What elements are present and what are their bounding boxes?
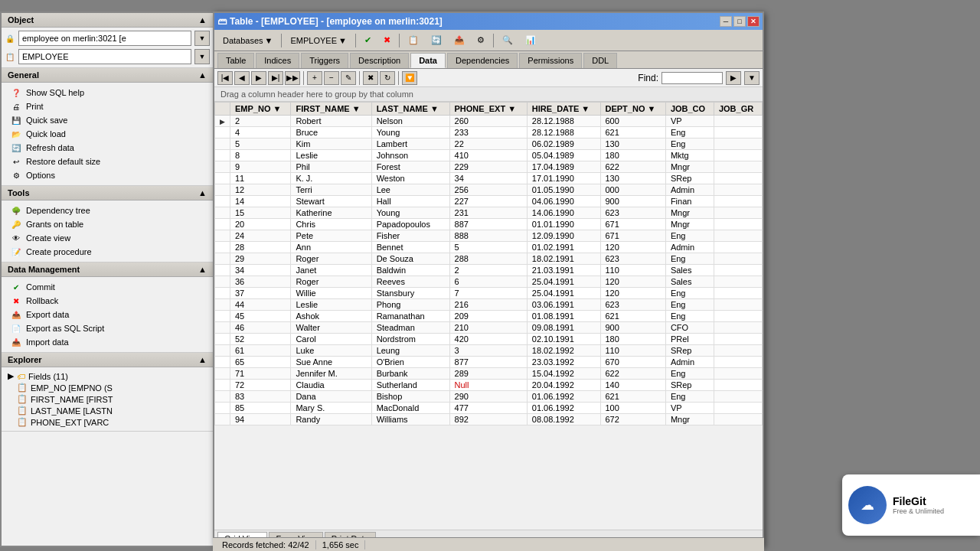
cell-dept-no[interactable]: 120: [600, 242, 665, 253]
table-row[interactable]: 24 Pete Fisher 888 12.09.1990 671 Eng: [215, 230, 763, 242]
cell-job-co[interactable]: Finan: [665, 196, 714, 207]
th-phone-ext[interactable]: PHONE_EXT ▼: [449, 103, 527, 116]
cell-emp-no[interactable]: 12: [230, 184, 291, 196]
cell-emp-no[interactable]: 46: [230, 322, 291, 334]
cell-job-co[interactable]: Sales: [665, 276, 714, 288]
table-row[interactable]: 45 Ashok Ramanathan 209 01.08.1991 621 E…: [215, 311, 763, 322]
object-collapse-icon[interactable]: ▲: [198, 15, 207, 24]
cell-dept-no[interactable]: 671: [600, 230, 665, 242]
cell-job-gr[interactable]: [714, 139, 762, 150]
cell-emp-no[interactable]: 28: [230, 242, 291, 253]
table-row[interactable]: 72 Claudia Sutherland Null 20.04.1992 14…: [215, 380, 763, 391]
cell-phone-ext[interactable]: 233: [449, 127, 527, 139]
nav-next-button[interactable]: ▶: [251, 71, 266, 85]
tab-indices[interactable]: Indices: [256, 53, 299, 68]
cell-job-gr[interactable]: [714, 345, 762, 357]
cell-dept-no[interactable]: 621: [600, 127, 665, 139]
cell-job-co[interactable]: PRel: [665, 334, 714, 345]
cell-dept-no[interactable]: 180: [600, 334, 665, 345]
minimize-button[interactable]: ─: [720, 16, 732, 27]
cell-job-gr[interactable]: [714, 253, 762, 265]
cell-hire-date[interactable]: 25.04.1991: [527, 276, 600, 288]
cell-hire-date[interactable]: 01.06.1992: [527, 391, 600, 403]
cell-phone-ext[interactable]: 410: [449, 150, 527, 161]
tab-data[interactable]: Data: [410, 53, 446, 68]
tab-description[interactable]: Description: [350, 53, 409, 68]
cell-job-gr[interactable]: [714, 196, 762, 207]
grants-on-table-item[interactable]: 🔑 Grants on table: [2, 217, 213, 231]
cell-hire-date[interactable]: 01.02.1991: [527, 242, 600, 253]
cell-job-gr[interactable]: [714, 265, 762, 276]
cell-job-co[interactable]: SRep: [665, 345, 714, 357]
find-options-button[interactable]: ▼: [744, 71, 760, 85]
cell-dept-no[interactable]: 140: [600, 380, 665, 391]
cancel-button[interactable]: ✖: [378, 32, 396, 49]
cell-first-name[interactable]: K. J.: [291, 173, 371, 184]
cell-hire-date[interactable]: 28.12.1988: [527, 116, 600, 127]
cell-last-name[interactable]: Phong: [371, 299, 449, 311]
cell-hire-date[interactable]: 20.04.1992: [527, 380, 600, 391]
cell-phone-ext[interactable]: 877: [449, 357, 527, 368]
object-type-dropdown[interactable]: ▼: [194, 49, 210, 64]
cell-dept-no[interactable]: 621: [600, 311, 665, 322]
cell-dept-no[interactable]: 110: [600, 345, 665, 357]
cell-last-name[interactable]: Ramanathan: [371, 311, 449, 322]
cell-dept-no[interactable]: 110: [600, 265, 665, 276]
cell-job-gr[interactable]: [714, 127, 762, 139]
cell-job-co[interactable]: Admin: [665, 184, 714, 196]
cell-last-name[interactable]: Johnson: [371, 150, 449, 161]
cell-emp-no[interactable]: 34: [230, 265, 291, 276]
cell-last-name[interactable]: Bishop: [371, 391, 449, 403]
cell-hire-date[interactable]: 03.06.1991: [527, 299, 600, 311]
cell-last-name[interactable]: Young: [371, 127, 449, 139]
nav-cancel-button[interactable]: ✖: [363, 71, 378, 85]
cell-last-name[interactable]: Fisher: [371, 230, 449, 242]
cell-emp-no[interactable]: 72: [230, 380, 291, 391]
close-button[interactable]: ✕: [747, 16, 760, 27]
cell-dept-no[interactable]: 622: [600, 368, 665, 380]
data-mgmt-collapse-icon[interactable]: ▲: [198, 265, 207, 274]
tools-collapse-icon[interactable]: ▲: [198, 188, 207, 197]
table-row[interactable]: 8 Leslie Johnson 410 05.04.1989 180 Mktg: [215, 150, 763, 161]
cell-emp-no[interactable]: 4: [230, 127, 291, 139]
cell-job-gr[interactable]: [714, 184, 762, 196]
field-first-name[interactable]: 📋 FIRST_NAME [FIRST: [14, 393, 210, 405]
nav-prev-button[interactable]: ◀: [234, 71, 250, 85]
cell-job-co[interactable]: Eng: [665, 139, 714, 150]
cell-emp-no[interactable]: 94: [230, 414, 291, 425]
cell-job-co[interactable]: Mngr: [665, 219, 714, 230]
cell-first-name[interactable]: Dana: [291, 391, 371, 403]
import-data-item[interactable]: 📥 Import data: [2, 335, 213, 349]
find-go-button[interactable]: ▶: [726, 71, 741, 85]
nav-refresh-button[interactable]: ↻: [380, 71, 395, 85]
cell-last-name[interactable]: Papadopoulos: [371, 219, 449, 230]
cell-phone-ext[interactable]: 231: [449, 207, 527, 219]
cell-job-co[interactable]: Mngr: [665, 207, 714, 219]
cell-job-gr[interactable]: [714, 173, 762, 184]
databases-dropdown[interactable]: Databases ▼: [217, 32, 278, 49]
cell-emp-no[interactable]: 83: [230, 391, 291, 403]
cell-emp-no[interactable]: 20: [230, 219, 291, 230]
th-dept-no[interactable]: DEPT_NO ▼: [600, 103, 665, 116]
cell-phone-ext[interactable]: 209: [449, 311, 527, 322]
cell-emp-no[interactable]: 24: [230, 230, 291, 242]
general-collapse-icon[interactable]: ▲: [198, 70, 207, 80]
table-row[interactable]: 71 Jennifer M. Burbank 289 15.04.1992 62…: [215, 368, 763, 380]
cell-job-co[interactable]: VP: [665, 116, 714, 127]
quick-load-item[interactable]: 📂 Quick load: [2, 127, 213, 141]
dependency-tree-item[interactable]: 🌳 Dependency tree: [2, 204, 213, 217]
object-selector-input[interactable]: [18, 31, 191, 46]
cell-phone-ext[interactable]: 256: [449, 184, 527, 196]
cell-dept-no[interactable]: 130: [600, 139, 665, 150]
cell-last-name[interactable]: Lambert: [371, 139, 449, 150]
tab-triggers[interactable]: Triggers: [301, 53, 348, 68]
cell-emp-no[interactable]: 37: [230, 288, 291, 299]
cell-hire-date[interactable]: 21.03.1991: [527, 265, 600, 276]
cell-last-name[interactable]: MacDonald: [371, 403, 449, 414]
field-phone-ext[interactable]: 📋 PHONE_EXT [VARC: [14, 416, 210, 428]
field-last-name[interactable]: 📋 LAST_NAME [LASTN: [14, 405, 210, 416]
table-row[interactable]: 46 Walter Steadman 210 09.08.1991 900 CF…: [215, 322, 763, 334]
cell-job-gr[interactable]: [714, 299, 762, 311]
cell-last-name[interactable]: Forest: [371, 161, 449, 173]
cell-job-co[interactable]: Eng: [665, 288, 714, 299]
